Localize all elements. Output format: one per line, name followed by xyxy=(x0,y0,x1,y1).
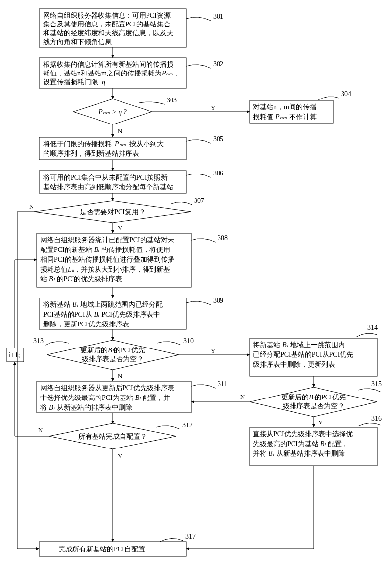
box-306-l1: 将可用的PCI集合中从未配置的PCI按照新 xyxy=(43,174,168,181)
label-307-y: Y xyxy=(118,224,122,232)
ref-leader-314 xyxy=(356,333,377,337)
decision-315-l2: 级排序表是否为空？ xyxy=(283,402,344,410)
box-317-text: 完成所有新基站的PCI自配置 xyxy=(59,546,145,553)
ref-leader-315 xyxy=(358,389,381,392)
label-310-n: N xyxy=(118,373,122,380)
box-308-l2: 配置PCI的新基站Bᵢ的传播损耗值，将使用 xyxy=(40,246,170,253)
decision-310-l1: 更新后的Bᵢ的PCI优先 xyxy=(80,347,145,354)
ref-leader-307 xyxy=(172,202,192,205)
ref-310: 310 xyxy=(183,337,194,345)
box-304-l2: 损耗值Pₙₘ不作计算 xyxy=(253,113,317,121)
box-301-l4: 线方向角和下倾角信息 xyxy=(43,38,112,46)
box-314-l1: 将新基站Bᵢ地域上一跳范围内 xyxy=(252,341,345,348)
ref-leader-312 xyxy=(156,426,180,429)
ref-303: 303 xyxy=(167,97,177,104)
decision-310 xyxy=(47,340,179,370)
label-315-n: N xyxy=(240,393,245,400)
box-308-l5: 站Bᵢ的PCI的优先级排序表 xyxy=(40,275,122,283)
box-314-l2: 已经分配PCI基站的PCI从PCI优先 xyxy=(253,351,353,358)
box-302-l1: 根据收集的信息计算所有新基站间的传播损 xyxy=(43,61,173,68)
ref-306: 306 xyxy=(213,170,223,177)
ref-leader-306 xyxy=(186,174,211,177)
box-309-l1: 将新基站Bᵢ地域上两跳范围内已经分配 xyxy=(43,301,163,308)
label-310-y: Y xyxy=(211,347,216,354)
ref-308: 308 xyxy=(218,234,228,242)
flowchart-canvas: 网络自组织服务器收集信息：可用PCI资源 集合及其使用信息，未配置PCI的基站集… xyxy=(5,5,387,567)
label-312-n: N xyxy=(38,426,43,434)
box-308-l4: 损耗总值Lᵢⱼ，并按从大到小排序，得到新基 xyxy=(40,266,170,273)
ref-314: 314 xyxy=(368,324,378,331)
box-308-l3: 相同PCI的基站传播损耗值进行叠加得到传播 xyxy=(40,256,174,263)
label-303-y: Y xyxy=(211,104,216,111)
ref-leader-311 xyxy=(191,385,216,388)
box-302-l2: 耗值，基站n和基站m之间的传播损耗为Pₙₘ， xyxy=(43,70,180,77)
box-308-l1: 网络自组织服务器统计已配置PCI的基站对未 xyxy=(40,236,174,244)
ref-leader-304 xyxy=(318,97,339,100)
box-311-l1: 网络自组织服务器从更新后PCI优先级排序表 xyxy=(40,384,174,392)
ref-316: 316 xyxy=(371,415,382,422)
ref-313: 313 xyxy=(33,337,44,345)
ref-leader-303 xyxy=(139,102,165,104)
ref-leader-309 xyxy=(186,301,211,305)
ref-307: 307 xyxy=(194,197,204,204)
ref-304: 304 xyxy=(341,90,351,98)
ref-leader-310 xyxy=(157,342,181,345)
decision-315-l1: 更新后的Bᵢ的PCI优先 xyxy=(281,394,345,401)
label-307-n: N xyxy=(29,203,34,210)
box-311-l2: 中选择优先级最高的PCI为基站Bᵢ配置，并 xyxy=(40,394,170,401)
arrow-313-up xyxy=(15,260,37,348)
decision-310-l2: 级排序表是否为空？ xyxy=(82,355,144,363)
box-305-l2: 的顺序排列，得到新基站排序表 xyxy=(43,150,139,157)
ref-leader-305 xyxy=(186,140,211,143)
box-316-l1: 直接从PCI优先级排序表中选择优 xyxy=(253,430,353,438)
decision-303-text: Pₙₘ > η ? xyxy=(98,108,126,116)
ref-305: 305 xyxy=(213,135,223,143)
ref-309: 309 xyxy=(213,297,223,304)
box-309-l3: 删除，更新PCI优先级排序表 xyxy=(43,321,129,328)
arrow-307-n-path xyxy=(17,212,39,549)
ref-leader-317 xyxy=(160,538,183,542)
decision-315 xyxy=(250,387,377,417)
decision-312-text: 所有基站完成自配置？ xyxy=(78,433,147,440)
label-312-y: Y xyxy=(118,452,122,460)
box-316-l2: 先级最高的PCI为基站Bᵢ配置， xyxy=(253,440,348,448)
ref-leader-313 xyxy=(45,342,69,345)
ref-311: 311 xyxy=(218,380,227,388)
box-304-l1: 对基站n，m间的传播 xyxy=(253,103,317,111)
box-301-l3: 和基站的经度纬度和天线高度信息，以及天 xyxy=(43,29,173,37)
box-302-l3: 设置传播损耗门限η xyxy=(43,78,105,86)
box-301-l2: 集合及其使用信息，未配置PCI的基站集合 xyxy=(43,21,171,28)
ref-leader-316 xyxy=(358,423,381,426)
ref-301: 301 xyxy=(213,13,223,20)
arrow-316-317 xyxy=(186,466,314,549)
ref-302: 302 xyxy=(213,60,223,68)
box-314-l3: 级排序表中删除，更新列表 xyxy=(253,361,335,368)
label-303-n: N xyxy=(118,127,122,135)
box-311-l3: 将Bᵢ从新基站的排序表中删除 xyxy=(40,404,132,411)
ref-315: 315 xyxy=(371,380,382,388)
box-306-l2: 基站排序表由高到低顺序地分配每个新基站 xyxy=(43,183,173,191)
ref-leader-301 xyxy=(186,17,211,21)
box-305-l1: 将低于门限的传播损耗Pₙₘ按从小到大 xyxy=(43,140,164,148)
box-313-text: i+1; xyxy=(9,351,20,359)
decision-307-text: 是否需要对PCI复用？ xyxy=(80,208,146,216)
ref-317: 317 xyxy=(185,533,196,540)
box-309-l2: PCI基站的PCI从BᵢPCI优先级排序表中 xyxy=(43,311,160,318)
box-316-l3: 并将Bᵢ从新基站排序表中删除 xyxy=(253,450,345,457)
ref-leader-308 xyxy=(191,239,216,242)
label-315-y: Y xyxy=(318,419,323,426)
box-301-l1: 网络自组织服务器收集信息：可用PCI资源 xyxy=(43,12,171,19)
ref-312: 312 xyxy=(182,422,193,429)
ref-leader-302 xyxy=(186,65,211,68)
